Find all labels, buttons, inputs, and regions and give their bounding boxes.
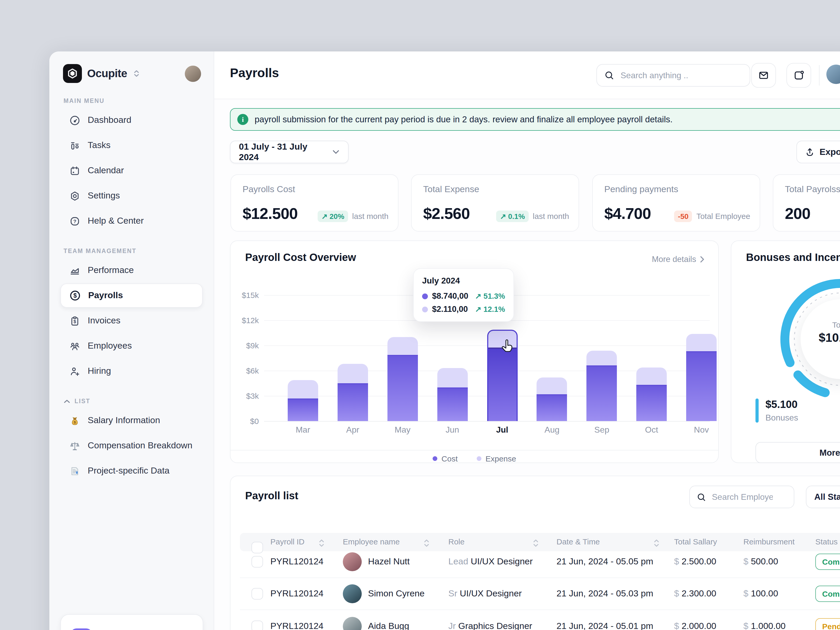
stat-caption: last month: [352, 212, 388, 221]
sidebar-item-label: Salary Information: [88, 415, 160, 426]
status-filter-dropdown[interactable]: All Status: [806, 486, 840, 508]
bar-mar[interactable]: [288, 295, 318, 421]
stat-caption: last month: [533, 212, 569, 221]
column-header[interactable]: Date & Time: [556, 537, 600, 546]
calendar-icon: [69, 165, 81, 177]
x-tick: Mar: [288, 425, 318, 435]
row-checkbox[interactable]: [251, 620, 263, 630]
trend-badge: -50: [674, 210, 692, 222]
list-menu: $ Salary Information Compensation Breakd…: [49, 409, 214, 483]
employee-search-input[interactable]: [711, 492, 774, 502]
sidebar-item-label: Compensation Breakdown: [88, 441, 193, 451]
sidebar-item-calendar[interactable]: Calendar: [60, 159, 203, 183]
bar-sep[interactable]: [587, 295, 617, 421]
list-label[interactable]: LIST: [49, 398, 214, 404]
sidebar-avatar[interactable]: [185, 65, 201, 82]
table-row[interactable]: PYRL120124 Simon Cyrene Sr UI/UX Designe…: [240, 578, 840, 610]
user-plus-icon: [69, 365, 81, 377]
brand-switcher-icon[interactable]: [133, 69, 140, 78]
chart-more-details-link[interactable]: More details: [652, 255, 704, 264]
status-badge: Completed: [815, 554, 840, 570]
sidebar-item-performace[interactable]: Performace: [60, 258, 203, 283]
bonuses-legend-item: $5.100Bonuses: [755, 398, 798, 423]
svg-text:$: $: [74, 420, 76, 424]
tasks-icon: [69, 140, 81, 151]
employee-name: Simon Cyrene: [368, 589, 425, 599]
upgrade-plan-card[interactable]: Upgrade plan: [60, 614, 203, 630]
tooltip-delta: ↗ 12.1%: [475, 305, 505, 313]
row-checkbox[interactable]: [251, 556, 263, 567]
user-avatar[interactable]: [826, 65, 840, 84]
employee-name: Aida Bugg: [368, 621, 409, 630]
reimbursement: $ 1.000.00: [744, 621, 786, 630]
sidebar-item-compensation-breakdown[interactable]: Compensation Breakdown: [60, 434, 203, 458]
total-salary: $ 2.500.00: [674, 556, 716, 567]
sidebar-item-hiring[interactable]: Hiring: [60, 359, 203, 383]
bar-apr[interactable]: [338, 295, 368, 421]
sidebar-item-settings[interactable]: Settings: [60, 184, 203, 208]
tooltip-row: $2.110,00 ↗ 12.1%: [422, 305, 505, 314]
svg-text:$: $: [74, 292, 77, 299]
employee-name: Hazel Nutt: [368, 556, 410, 567]
bar-oct[interactable]: [636, 295, 667, 421]
cost-segment: [488, 347, 516, 421]
export-button[interactable]: Export: [796, 141, 840, 163]
x-tick: Jul: [487, 425, 517, 435]
sidebar-item-label: Project-specific Data: [88, 466, 170, 476]
team-menu: Performace $ Payrolls $ Invoices Employe…: [49, 258, 214, 383]
stat-caption: Total Employee: [696, 212, 750, 221]
search-input[interactable]: [619, 70, 742, 81]
cost-dot-icon: [433, 456, 437, 461]
payroll-id: PYRL120124: [270, 589, 324, 599]
sidebar-item-label: Settings: [88, 191, 120, 201]
ocupite-logo-icon: [63, 64, 82, 83]
table-row[interactable]: PYRL120124 Aida Bugg Jr Graphics Designe…: [240, 610, 840, 630]
sidebar-item-help-center[interactable]: ? Help & Center: [60, 209, 203, 233]
sidebar-item-employees[interactable]: Employees: [60, 334, 203, 358]
cost-segment: [387, 355, 418, 421]
stat-title: Total Payrolss: [785, 184, 840, 195]
global-search[interactable]: [597, 64, 750, 87]
column-header[interactable]: Payroll ID: [270, 537, 305, 546]
stat-card-payrolls-cost: Payrolls Cost $12.500 ↗ 20% last month: [231, 174, 398, 232]
dollar-circle-icon: $: [69, 290, 81, 302]
payroll-due-banner: i payroll submission for the current pay…: [230, 108, 840, 131]
bar-nov[interactable]: [686, 295, 717, 421]
cyan-bar-icon: [755, 398, 759, 423]
sidebar-item-tasks[interactable]: Tasks: [60, 133, 203, 158]
total-salary: $ 2.300.00: [674, 589, 716, 599]
sidebar-item-project-specific-data[interactable]: Project-specific Data: [60, 459, 203, 483]
sidebar-item-invoices[interactable]: $ Invoices: [60, 309, 203, 333]
sidebar-item-label: Performace: [88, 265, 134, 276]
y-tick: $0: [236, 417, 259, 426]
date-range-value: 01 July - 31 July 2024: [239, 142, 327, 163]
notification-button[interactable]: [786, 63, 811, 88]
chart-legend: Cost Expense: [231, 453, 718, 464]
help-icon: ?: [69, 215, 81, 227]
info-icon: i: [237, 114, 248, 125]
column-header[interactable]: Employee name: [343, 537, 400, 546]
sidebar-item-salary-information[interactable]: $ Salary Information: [60, 409, 203, 433]
bonuses-more-details-button[interactable]: More details: [755, 442, 840, 463]
search-icon: [697, 492, 706, 502]
cost-segment: [636, 385, 667, 421]
column-header[interactable]: Total Sallary: [674, 537, 717, 546]
trend-badge: ↗ 20%: [317, 210, 348, 222]
sidebar-item-dashboard[interactable]: Dashboard: [60, 108, 203, 132]
chevron-down-icon: [333, 150, 339, 154]
stat-card-total-payrolls: Total Payrolss 200: [773, 174, 840, 232]
table-row[interactable]: PYRL120124 Hazel Nutt Lead UI/UX Designe…: [240, 546, 840, 578]
date-range-select[interactable]: 01 July - 31 July 2024: [230, 141, 349, 163]
bar-aug[interactable]: [537, 295, 567, 421]
expense-dot-icon: [477, 456, 481, 461]
column-header[interactable]: Role: [448, 537, 465, 546]
row-checkbox[interactable]: [251, 588, 263, 600]
y-tick: $6k: [236, 366, 259, 375]
column-header[interactable]: Reimbursment: [744, 537, 794, 546]
sidebar-item-payrolls[interactable]: $ Payrolls: [60, 284, 203, 308]
employee-search[interactable]: [689, 486, 794, 508]
mail-button[interactable]: [751, 63, 776, 88]
search-icon: [604, 70, 614, 81]
column-header[interactable]: Status: [815, 537, 838, 546]
tooltip-delta: ↗ 51.3%: [475, 292, 505, 300]
